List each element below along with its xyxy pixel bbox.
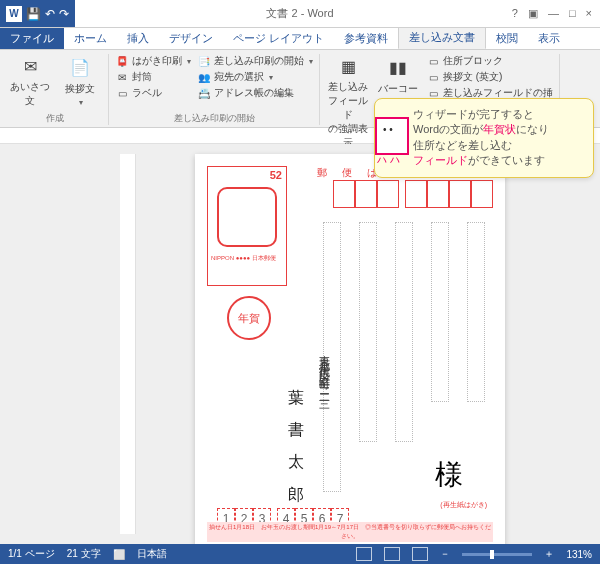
zoom-minus-icon[interactable]: － — [440, 547, 450, 561]
recipients-icon: 👥 — [197, 70, 211, 84]
ribbon-tabs: ファイル ホーム 挿入 デザイン ページ レイアウト 参考資料 差し込み文書 校… — [0, 28, 600, 50]
close-icon[interactable]: × — [586, 7, 592, 20]
barcode-icon: ▮▮ — [386, 56, 410, 80]
tab-insert[interactable]: 挿入 — [117, 28, 159, 49]
address-block-button[interactable]: ▭住所ブロック — [426, 54, 553, 68]
web-layout-icon[interactable] — [412, 547, 428, 561]
ribbon-toggle-icon[interactable]: ▣ — [528, 7, 538, 20]
help-icon[interactable]: ? — [512, 7, 518, 20]
highlight-fields-button[interactable]: ▦差し込みフィールド の強調表示 — [326, 54, 370, 150]
sender-address: 東京都千代田区幸町 一ー二ー三 — [317, 346, 332, 394]
callout-line-4: フィールドができています — [413, 153, 583, 168]
tab-references[interactable]: 参考資料 — [334, 28, 398, 49]
tab-mailings[interactable]: 差し込み文書 — [398, 26, 486, 49]
save-icon[interactable]: 💾 — [26, 7, 41, 21]
quick-access-toolbar: W 💾 ↶ ↷ — [0, 0, 75, 27]
merge-fields-area — [323, 222, 485, 492]
stamp-area — [207, 166, 287, 286]
lottery-note: 抽せん日1月18日 お年玉のお渡し期間1月19～7月17日 ◎当選番号を切り取ら… — [207, 522, 493, 542]
page-indicator[interactable]: 1/1 ページ — [8, 547, 55, 561]
postcard-icon: 📮 — [115, 54, 129, 68]
undo-icon[interactable]: ↶ — [45, 7, 55, 21]
redo-icon[interactable]: ↷ — [59, 7, 69, 21]
greeting-text-button[interactable]: ✉あいさつ 文 — [8, 54, 52, 108]
proofing-icon[interactable]: ⬜ — [113, 549, 125, 560]
address-icon: ▭ — [426, 54, 440, 68]
sender-name: 葉 書 太 郎 — [285, 376, 306, 480]
nenga-mark-icon: 年賀 — [227, 296, 271, 340]
tab-review[interactable]: 校閲 — [486, 28, 528, 49]
tab-home[interactable]: ホーム — [64, 28, 117, 49]
postcard-print-button[interactable]: 📮はがき印刷 — [115, 54, 191, 68]
print-layout-icon[interactable] — [384, 547, 400, 561]
zip-code-boxes — [333, 180, 493, 208]
tab-file[interactable]: ファイル — [0, 28, 64, 49]
tutorial-callout: ウィザードが完了すると Wordの文面が年賀状になり 住所などを差し込む フィー… — [374, 98, 594, 178]
titlebar: W 💾 ↶ ↷ 文書 2 - Word ? ▣ — □ × — [0, 0, 600, 28]
read-mode-icon[interactable] — [356, 547, 372, 561]
tab-view[interactable]: 表示 — [528, 28, 570, 49]
language-indicator[interactable]: 日本語 — [137, 547, 167, 561]
honorific-sama: 様 — [435, 456, 463, 494]
callout-line-1: ウィザードが完了すると — [413, 107, 583, 122]
greeting-line-button[interactable]: ▭挨拶文 (英文) — [426, 70, 553, 84]
ribbon: ✉あいさつ 文 📄挨拶文 作成 📮はがき印刷 ✉封筒 ▭ラベル 📑差し込み印刷の… — [0, 50, 600, 128]
minimize-icon[interactable]: — — [548, 7, 559, 20]
envelope-button[interactable]: ✉封筒 — [115, 70, 191, 84]
restore-icon[interactable]: □ — [569, 7, 576, 20]
status-bar: 1/1 ページ 21 文字 ⬜ 日本語 － ＋ 131% — [0, 544, 600, 564]
select-recipients-button[interactable]: 👥宛先の選択 — [197, 70, 313, 84]
document-area[interactable]: 年賀 郵 便 は が き 東京都千代田区幸町 一ー二ー三 葉 書 太 郎 様 (… — [0, 144, 600, 544]
greeting-en-icon: ▭ — [426, 70, 440, 84]
start-merge-button[interactable]: 📑差し込み印刷の開始 — [197, 54, 313, 68]
phrase-icon: 📄 — [68, 56, 92, 80]
zoom-slider[interactable] — [462, 553, 532, 556]
tab-design[interactable]: デザイン — [159, 28, 223, 49]
edit-addressbook-button[interactable]: 📇アドレス帳の編集 — [197, 86, 313, 100]
vertical-ruler[interactable] — [120, 154, 136, 534]
group-label-create: 作成 — [8, 112, 102, 125]
window-title: 文書 2 - Word — [266, 6, 333, 21]
document-page[interactable]: 年賀 郵 便 は が き 東京都千代田区幸町 一ー二ー三 葉 書 太 郎 様 (… — [195, 154, 505, 544]
greeting-phrase-button[interactable]: 📄挨拶文 — [58, 54, 102, 108]
group-label-start-merge: 差し込み印刷の開始 — [115, 112, 313, 125]
envelope-icon: ✉ — [115, 70, 129, 84]
callout-line-2: Wordの文面が年賀状になり — [413, 122, 583, 137]
callout-line-3: 住所などを差し込む — [413, 138, 583, 153]
zoom-percent[interactable]: 131% — [566, 549, 592, 560]
greeting-icon: ✉ — [18, 54, 42, 78]
label-button[interactable]: ▭ラベル — [115, 86, 191, 100]
recycled-paper-label: (再生紙はがき) — [440, 500, 487, 510]
merge-start-icon: 📑 — [197, 54, 211, 68]
label-icon: ▭ — [115, 86, 129, 100]
tab-layout[interactable]: ページ レイアウト — [223, 28, 334, 49]
word-count[interactable]: 21 文字 — [67, 547, 101, 561]
zoom-plus-icon[interactable]: ＋ — [544, 547, 554, 561]
word-app-icon[interactable]: W — [6, 6, 22, 22]
highlight-icon: ▦ — [336, 54, 360, 78]
addressbook-icon: 📇 — [197, 86, 211, 100]
